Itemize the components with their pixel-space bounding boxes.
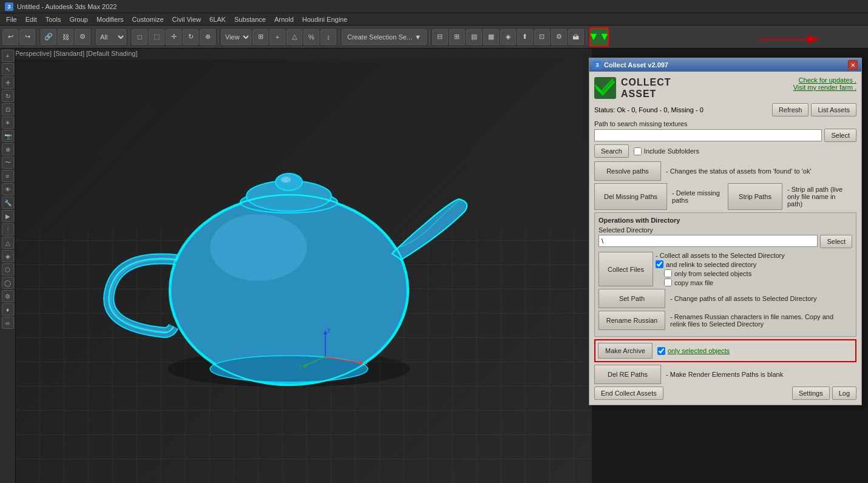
toolbar-sep-7: [586, 29, 587, 45]
tool-hierarchy[interactable]: ⋮: [2, 223, 14, 235]
view-dropdown[interactable]: View: [221, 29, 251, 45]
toolbar-btn-extra7[interactable]: ⊡: [534, 29, 550, 45]
tool-move[interactable]: ✛: [2, 76, 14, 89]
refresh-button[interactable]: Refresh: [772, 103, 809, 117]
panel-close-button[interactable]: ✕: [848, 60, 858, 70]
tool-create[interactable]: +: [2, 50, 14, 62]
menu-houdini[interactable]: Houdini Engine: [299, 15, 351, 24]
ops-dir-select-button[interactable]: Select: [820, 235, 852, 248]
del-re-button[interactable]: Del RE Paths: [594, 365, 661, 384]
menu-group[interactable]: Group: [66, 15, 92, 24]
move-button[interactable]: ✛: [166, 29, 181, 45]
ops-dir-input[interactable]: [598, 235, 818, 247]
tool-scale[interactable]: ⊡: [2, 103, 14, 115]
toolbar-sep-6: [429, 29, 430, 45]
visit-farm-link[interactable]: Visit my render farm .: [793, 84, 856, 91]
select-region-button[interactable]: ⬚: [149, 29, 164, 45]
undo-button[interactable]: ↩: [2, 29, 18, 45]
menu-6lak[interactable]: 6LAK: [206, 15, 229, 24]
green-arrow-button[interactable]: ▼▼: [589, 27, 609, 47]
rename-russian-button[interactable]: Rename Russian: [598, 311, 665, 330]
list-assets-button[interactable]: List Assets: [811, 103, 856, 117]
tool-extra2[interactable]: ⬡: [2, 263, 14, 275]
snap-toggle[interactable]: +: [270, 29, 285, 45]
logo-icon-svg: [594, 77, 616, 99]
toolbar-btn-extra5[interactable]: ◈: [500, 29, 516, 45]
check-updates-link[interactable]: Check for updates .: [793, 76, 856, 84]
only-selected-checkbox[interactable]: [657, 347, 665, 355]
filter-dropdown[interactable]: All: [96, 29, 126, 45]
tool-extra3[interactable]: ◯: [2, 277, 14, 289]
angle-snap[interactable]: △: [287, 29, 302, 45]
menu-arnold[interactable]: Arnold: [271, 15, 297, 24]
toolbar-btn-extra1[interactable]: ⊟: [432, 29, 448, 45]
rotate-button[interactable]: ↻: [183, 29, 198, 45]
tool-rotate[interactable]: ↻: [2, 90, 14, 102]
copy-max-checkbox[interactable]: [664, 279, 672, 286]
create-selection-button[interactable]: Create Selection Se... ▼: [342, 29, 427, 45]
settings-button[interactable]: Settings: [792, 387, 830, 400]
selected-objects-checkbox[interactable]: [664, 269, 672, 277]
toolbar-btn-extra3[interactable]: ▤: [466, 29, 482, 45]
tool-select[interactable]: ↖: [2, 63, 14, 75]
menu-tools[interactable]: Tools: [42, 15, 65, 24]
tool-extra6[interactable]: ∞: [2, 317, 14, 329]
tool-mesh[interactable]: △: [2, 237, 14, 249]
resolve-paths-button[interactable]: Resolve paths: [594, 161, 661, 181]
path-input[interactable]: [594, 129, 822, 141]
rename-russian-desc: - Renames Russian characters in file nam…: [665, 311, 852, 330]
tool-light[interactable]: ☀: [2, 117, 14, 129]
relink-checkbox[interactable]: [656, 260, 663, 268]
menu-edit[interactable]: Edit: [22, 15, 41, 24]
path-search-row: Path to search missing textures Select: [594, 120, 856, 142]
tool-camera[interactable]: 📷: [2, 130, 14, 142]
menu-civil-view[interactable]: Civil View: [169, 15, 205, 24]
collect-asset-panel: 3 Collect Asset v2.097 ✕ Collect Asset: [589, 58, 862, 405]
toolbar-btn-extra6[interactable]: ⬆: [517, 29, 533, 45]
menu-substance[interactable]: Substance: [231, 15, 270, 24]
tool-helper[interactable]: ⊕: [2, 143, 14, 155]
include-subfolders-checkbox[interactable]: [634, 147, 642, 155]
tool-extra1[interactable]: ◈: [2, 250, 14, 262]
bind-button[interactable]: ⚙: [75, 29, 90, 45]
scale-button[interactable]: ⊕: [200, 29, 215, 45]
collect-files-button[interactable]: Collect Files: [598, 252, 653, 286]
toolbar-btn-extra8[interactable]: ⚙: [551, 29, 567, 45]
redo-button[interactable]: ↪: [19, 29, 35, 45]
del-missing-desc: - Delete missing paths: [667, 183, 728, 210]
toolbar-btn-extra4[interactable]: ▦: [483, 29, 499, 45]
del-re-desc: - Make Render Elements Paths is blank: [661, 365, 856, 384]
tool-space-warps[interactable]: 〜: [2, 157, 14, 169]
collect-files-options: - Collect all assets to the Selected Dir…: [656, 252, 852, 286]
tool-systems[interactable]: ≡: [2, 170, 14, 182]
unlink-button[interactable]: ⛓: [58, 29, 73, 45]
end-collect-button[interactable]: End Collect Assets: [594, 387, 663, 400]
tool-utilities[interactable]: 🔧: [2, 197, 14, 209]
tool-display[interactable]: 👁: [2, 183, 14, 195]
spinner-snap[interactable]: ↕: [320, 29, 336, 45]
search-button[interactable]: Search: [594, 144, 629, 158]
percent-snap[interactable]: %: [303, 29, 319, 45]
link-button[interactable]: 🔗: [41, 29, 56, 45]
tool-extra5[interactable]: ♦: [2, 303, 14, 316]
set-path-row: Set Path - Change paths of all assets to…: [598, 289, 852, 308]
menu-customize[interactable]: Customize: [129, 15, 168, 24]
tool-extra4[interactable]: ⚙: [2, 290, 14, 302]
copy-max-checkbox-label: copy max file: [656, 279, 852, 286]
select-object-button[interactable]: □: [132, 29, 147, 45]
path-select-button[interactable]: Select: [824, 129, 856, 142]
viewport-canvas[interactable]: Z X Y: [16, 59, 592, 483]
menu-file[interactable]: File: [2, 15, 21, 24]
tool-motion[interactable]: ▶: [2, 210, 14, 222]
del-missing-button[interactable]: Del Missing Paths: [594, 183, 667, 210]
make-archive-button[interactable]: Make Archive: [598, 343, 653, 359]
make-archive-row: Make Archive only selected objects: [594, 339, 856, 362]
toolbar-btn-extra9[interactable]: 🏔: [568, 29, 584, 45]
set-path-button[interactable]: Set Path: [598, 289, 665, 308]
viewport-controls-button[interactable]: ⊞: [253, 29, 268, 45]
strip-paths-button[interactable]: Strip Paths: [728, 183, 782, 210]
toolbar-btn-extra2[interactable]: ⊞: [449, 29, 465, 45]
log-button[interactable]: Log: [832, 387, 856, 400]
toolbar: ↩ ↪ 🔗 ⛓ ⚙ All □ ⬚ ✛ ↻ ⊕ View ⊞ + △ % ↕ C…: [0, 25, 868, 49]
menu-modifiers[interactable]: Modifiers: [93, 15, 127, 24]
